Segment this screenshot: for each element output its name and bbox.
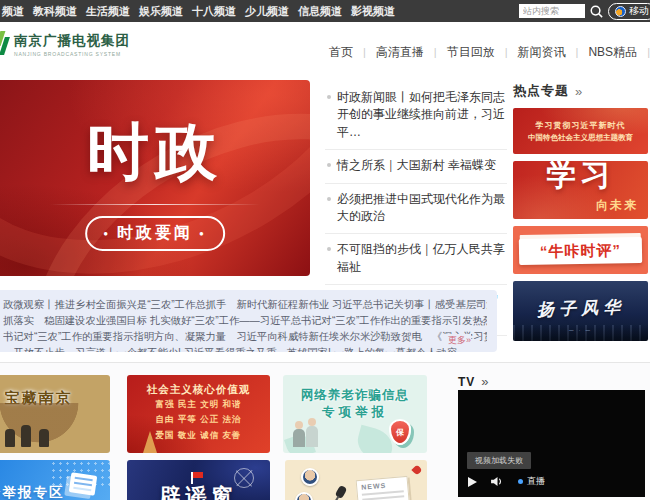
topic-banner-theme-education[interactable]: 学习贯彻习近平新时代 中国特色社会主义思想主题教育 — [513, 108, 648, 154]
headline-item[interactable]: 必须把推进中国式现代化作为最大的政治 — [325, 184, 507, 235]
live-dot-icon — [518, 479, 523, 484]
channel-link[interactable]: 频道 — [2, 4, 24, 19]
shield-icon: 保 — [389, 419, 411, 445]
bullet-icon — [327, 95, 331, 99]
ticker-line[interactable]: 政微观察丨推进乡村全面振兴是“三农”工作总抓手 新时代新征程新伟业 习近平总书记… — [3, 297, 487, 313]
site-header: 南京广播电视集团 NANJING BROADCASTING SYSTEM 首页|… — [0, 22, 650, 78]
shield-text: 保 — [396, 427, 404, 438]
card-title: 社会主义核心价值观 — [127, 383, 270, 397]
ticker-line[interactable]: 、开放不止步 习言道丨一个都不能少! 习近平看得重之又重 英雄国家! 一路上的每… — [3, 345, 487, 352]
statue-decoration — [143, 431, 157, 453]
page: 频道 教科频道 生活频道 娱乐频道 十八频道 少儿频道 信息频道 影视频道 移动… — [0, 0, 650, 500]
channel-link[interactable]: 教科频道 — [33, 4, 77, 19]
topic-text: 学习贯彻习近平新时代 — [536, 120, 626, 131]
site-logo[interactable]: 南京广播电视集团 NANJING BROADCASTING SYSTEM — [0, 31, 130, 57]
card-rumor-debunk[interactable]: 辟谣窗 — [127, 460, 270, 500]
live-label: 直播 — [527, 475, 545, 488]
headline-item[interactable]: 不可阻挡的步伐｜亿万人民共享福祉 — [325, 234, 507, 285]
card-title: 企举报专区 — [0, 484, 65, 500]
live-toggle[interactable]: 直播 — [518, 475, 545, 488]
bronze-figure-icon — [5, 429, 15, 447]
topic-banner-learning-future[interactable]: 学习 向未来 — [513, 161, 648, 219]
nav-live[interactable]: 高清直播 — [375, 45, 425, 59]
nav-news[interactable]: 新闻资讯 — [517, 45, 567, 59]
elderly-couple-illustration — [293, 421, 323, 447]
hot-topics-more-icon[interactable]: » — [575, 84, 582, 99]
bronze-figure-icon — [21, 425, 31, 447]
topbar-right: 移动 — [519, 0, 650, 22]
more-link[interactable]: 更多» — [442, 334, 471, 347]
newspaper-masthead: NEWS — [361, 480, 403, 491]
anchor-avatar — [295, 492, 313, 500]
channel-link[interactable]: 生活频道 — [86, 4, 130, 19]
card-core-values[interactable]: 社会主义核心价值观 富强 民主 文明 和谐 自由 平等 公正 法治 爱国 敬业 … — [127, 375, 270, 453]
microphone-icon — [335, 485, 348, 499]
channel-bar: 频道 教科频道 生活频道 娱乐频道 十八频道 少儿频道 信息频道 影视频道 移动 — [0, 0, 650, 22]
channel-link[interactable]: 影视频道 — [351, 4, 395, 19]
banner-badge[interactable]: 时政要闻 — [85, 216, 225, 251]
ticker-line[interactable]: 抓落实 稳固建设农业强国目标 扎实做好“三农”工作——习近平总书记对“三农”工作… — [3, 313, 487, 329]
nav-home[interactable]: 首页 — [328, 45, 354, 59]
nav-replay[interactable]: 节目回放 — [446, 45, 496, 59]
headline-text: 情之所系｜大国新村 幸福蝶变 — [337, 157, 496, 174]
bullet-icon — [327, 247, 331, 251]
bullet-icon — [327, 197, 331, 201]
values-line: 富强 民主 文明 和谐 — [127, 397, 270, 412]
newspaper-illustration: NEWS — [356, 476, 411, 500]
headline-text: 必须把推进中国式现代化作为最大的政治 — [337, 191, 507, 226]
volume-icon[interactable] — [491, 476, 504, 487]
nav-nbs-premium[interactable]: NBS精品 — [587, 45, 638, 59]
card-elder-fraud-report[interactable]: 网络养老诈骗信息 专项举报 保 — [283, 375, 427, 453]
topic-banner-yangzi-fenghua[interactable]: 扬子风华 — · — — [513, 281, 648, 341]
values-line: 自由 平等 公正 法治 — [127, 412, 270, 427]
card-title: 辟谣窗 — [160, 482, 238, 500]
topic-caption: — · — — [569, 328, 592, 333]
mobile-version-label: 移动 — [629, 4, 649, 18]
paper-decoration: “牛咔时评” — [519, 237, 642, 265]
video-error-toast: 视频加载失败 — [467, 452, 531, 469]
search-input[interactable] — [519, 4, 585, 18]
anchor-avatar — [301, 468, 319, 486]
hot-topics-panel: 热点专题 » 学习贯彻习近平新时代 中国特色社会主义思想主题教育 学习 向未来 … — [513, 82, 648, 348]
play-icon[interactable] — [468, 477, 477, 487]
channel-link[interactable]: 信息频道 — [298, 4, 342, 19]
flag-icon — [193, 472, 203, 478]
player-controls: 直播 — [468, 475, 545, 488]
banner-title: 时政 — [0, 110, 310, 194]
logo-title: 南京广播电视集团 — [14, 32, 130, 50]
topic-text: “牛咔时评” — [540, 241, 621, 261]
main-nav: 首页|高清直播|节目回放|新闻资讯|NBS精品|牛咔时评|广 — [328, 44, 650, 61]
hero-banner[interactable]: 时政 时政要闻 — [0, 80, 310, 276]
logo-subtitle: NANJING BROADCASTING SYSTEM — [14, 51, 130, 57]
topic-text: 中国特色社会主义思想主题教育 — [528, 133, 633, 143]
headline-item[interactable]: 情之所系｜大国新村 幸福蝶变 — [325, 150, 507, 183]
bullet-icon — [327, 163, 331, 167]
bronze-figure-icon — [39, 429, 49, 447]
tv-more-icon[interactable]: » — [481, 374, 488, 389]
search-icon[interactable] — [589, 4, 604, 19]
card-news-hotline[interactable]: NEWS — [285, 460, 427, 500]
card-treasure-nanjing[interactable]: 宝藏南京 — [0, 375, 110, 453]
channel-link[interactable]: 少儿频道 — [245, 4, 289, 19]
topic-banner-niuka-review[interactable]: “牛咔时评” — [513, 226, 648, 274]
headline-text: 不可阻挡的步伐｜亿万人民共享福祉 — [337, 241, 507, 276]
headline-text: 时政新闻眼丨如何把毛泽东同志开创的事业继续推向前进，习近平… — [337, 89, 507, 141]
headline-item[interactable]: 时政新闻眼丨如何把毛泽东同志开创的事业继续推向前进，习近平… — [325, 82, 507, 150]
channel-link[interactable]: 娱乐频道 — [139, 4, 183, 19]
card-title: 网络养老诈骗信息 — [283, 387, 427, 404]
mobile-app-icon — [615, 6, 626, 17]
card-title: 专项举报 — [283, 404, 427, 421]
banner-divider — [50, 204, 260, 205]
video-player[interactable]: 视频加载失败 直播 — [458, 390, 645, 497]
tv-label: TV — [458, 375, 475, 389]
flower-icon — [411, 464, 422, 475]
mobile-version-button[interactable]: 移动 — [608, 3, 650, 20]
nbs-logo-icon — [0, 31, 10, 57]
tv-section-header: TV » — [458, 374, 489, 389]
topic-text: 学习 — [547, 161, 615, 196]
news-ticker: 政微观察丨推进乡村全面振兴是“三农”工作总抓手 新时代新征程新伟业 习近平总书记… — [0, 290, 497, 352]
card-enterprise-report[interactable]: 企举报专区 — [0, 460, 110, 500]
topic-text: 扬子风华 — [536, 295, 625, 321]
ticker-line[interactable]: 书记对“三农”工作的重要指示指明方向、凝聚力量 习近平向科威特新任埃米尔米沙勒致… — [3, 329, 487, 345]
channel-link[interactable]: 十八频道 — [192, 4, 236, 19]
